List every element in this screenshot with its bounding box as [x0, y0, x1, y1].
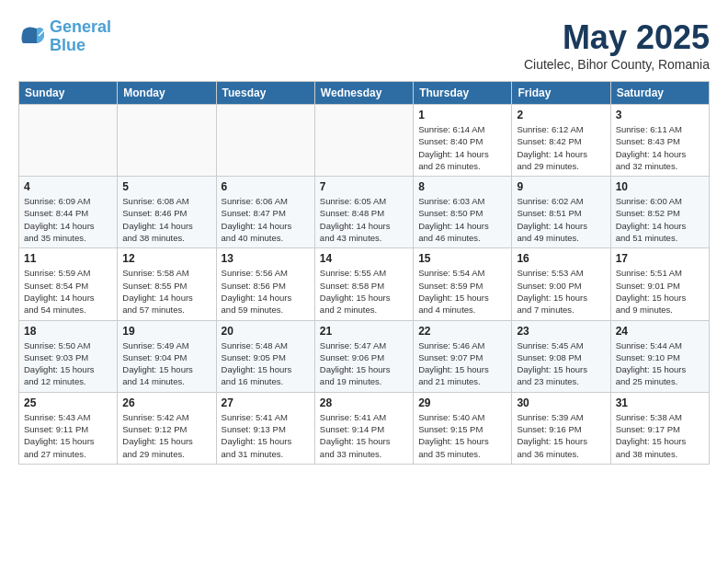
calendar-cell: 4Sunrise: 6:09 AM Sunset: 8:44 PM Daylig… [19, 177, 118, 248]
day-number: 11 [24, 252, 112, 265]
day-number: 25 [24, 396, 112, 409]
day-info: Sunrise: 5:51 AM Sunset: 9:01 PM Dayligh… [616, 267, 704, 316]
day-info: Sunrise: 5:38 AM Sunset: 9:17 PM Dayligh… [616, 411, 704, 460]
day-number: 6 [222, 180, 310, 193]
title-area: May 2025 Ciutelec, Bihor County, Romania [524, 18, 710, 72]
day-number: 9 [517, 180, 605, 193]
page: General Blue May 2025 Ciutelec, Bihor Co… [0, 0, 728, 474]
logo-text: General Blue [50, 18, 111, 55]
calendar-cell: 10Sunrise: 6:00 AM Sunset: 8:52 PM Dayli… [610, 177, 709, 248]
calendar-cell: 16Sunrise: 5:53 AM Sunset: 9:00 PM Dayli… [512, 248, 610, 320]
calendar-cell: 19Sunrise: 5:49 AM Sunset: 9:04 PM Dayli… [118, 320, 216, 392]
day-info: Sunrise: 5:49 AM Sunset: 9:04 PM Dayligh… [122, 339, 210, 388]
calendar: SundayMondayTuesdayWednesdayThursdayFrid… [18, 81, 710, 465]
weekday-header: Friday [512, 82, 610, 105]
calendar-cell: 1Sunrise: 6:14 AM Sunset: 8:40 PM Daylig… [414, 105, 512, 177]
day-info: Sunrise: 5:43 AM Sunset: 9:11 PM Dayligh… [24, 411, 112, 460]
day-info: Sunrise: 5:48 AM Sunset: 9:05 PM Dayligh… [222, 339, 310, 388]
calendar-cell: 23Sunrise: 5:45 AM Sunset: 9:08 PM Dayli… [512, 320, 610, 392]
day-number: 1 [418, 109, 506, 121]
day-number: 10 [616, 180, 704, 193]
day-info: Sunrise: 5:39 AM Sunset: 9:16 PM Dayligh… [517, 411, 605, 460]
day-info: Sunrise: 5:47 AM Sunset: 9:06 PM Dayligh… [320, 339, 408, 388]
calendar-cell: 3Sunrise: 6:11 AM Sunset: 8:43 PM Daylig… [610, 105, 709, 177]
calendar-cell: 22Sunrise: 5:46 AM Sunset: 9:07 PM Dayli… [414, 320, 512, 392]
calendar-cell: 15Sunrise: 5:54 AM Sunset: 8:59 PM Dayli… [414, 248, 512, 320]
calendar-cell: 24Sunrise: 5:44 AM Sunset: 9:10 PM Dayli… [610, 320, 709, 392]
day-info: Sunrise: 5:41 AM Sunset: 9:14 PM Dayligh… [320, 411, 408, 460]
calendar-header-row: SundayMondayTuesdayWednesdayThursdayFrid… [19, 82, 710, 105]
day-info: Sunrise: 6:08 AM Sunset: 8:46 PM Dayligh… [122, 195, 210, 244]
calendar-cell: 21Sunrise: 5:47 AM Sunset: 9:06 PM Dayli… [314, 320, 413, 392]
day-number: 18 [24, 325, 112, 338]
calendar-cell [19, 105, 118, 177]
calendar-cell: 7Sunrise: 6:05 AM Sunset: 8:48 PM Daylig… [314, 177, 413, 248]
calendar-cell: 17Sunrise: 5:51 AM Sunset: 9:01 PM Dayli… [610, 248, 709, 320]
day-info: Sunrise: 6:14 AM Sunset: 8:40 PM Dayligh… [418, 123, 506, 172]
calendar-cell: 14Sunrise: 5:55 AM Sunset: 8:58 PM Dayli… [314, 248, 413, 320]
day-number: 7 [320, 180, 408, 193]
calendar-cell: 20Sunrise: 5:48 AM Sunset: 9:05 PM Dayli… [216, 320, 314, 392]
day-number: 15 [418, 252, 506, 265]
calendar-cell: 6Sunrise: 6:06 AM Sunset: 8:47 PM Daylig… [216, 177, 314, 248]
day-number: 26 [122, 396, 210, 409]
day-info: Sunrise: 5:44 AM Sunset: 9:10 PM Dayligh… [616, 339, 704, 388]
calendar-cell [216, 105, 314, 177]
calendar-cell: 12Sunrise: 5:58 AM Sunset: 8:55 PM Dayli… [118, 248, 216, 320]
calendar-cell [314, 105, 413, 177]
day-info: Sunrise: 5:50 AM Sunset: 9:03 PM Dayligh… [24, 339, 112, 388]
day-number: 16 [517, 252, 605, 265]
day-number: 23 [517, 325, 605, 338]
calendar-week-row: 18Sunrise: 5:50 AM Sunset: 9:03 PM Dayli… [19, 320, 710, 392]
day-info: Sunrise: 5:41 AM Sunset: 9:13 PM Dayligh… [222, 411, 310, 460]
calendar-cell: 8Sunrise: 6:03 AM Sunset: 8:50 PM Daylig… [414, 177, 512, 248]
calendar-cell: 13Sunrise: 5:56 AM Sunset: 8:56 PM Dayli… [216, 248, 314, 320]
calendar-week-row: 25Sunrise: 5:43 AM Sunset: 9:11 PM Dayli… [19, 392, 710, 464]
day-info: Sunrise: 6:11 AM Sunset: 8:43 PM Dayligh… [616, 123, 704, 172]
day-info: Sunrise: 5:56 AM Sunset: 8:56 PM Dayligh… [222, 267, 310, 316]
day-info: Sunrise: 5:54 AM Sunset: 8:59 PM Dayligh… [418, 267, 506, 316]
calendar-cell: 2Sunrise: 6:12 AM Sunset: 8:42 PM Daylig… [512, 105, 610, 177]
day-number: 29 [418, 396, 506, 409]
day-number: 22 [418, 325, 506, 338]
calendar-week-row: 11Sunrise: 5:59 AM Sunset: 8:54 PM Dayli… [19, 248, 710, 320]
day-number: 20 [222, 325, 310, 338]
calendar-week-row: 1Sunrise: 6:14 AM Sunset: 8:40 PM Daylig… [19, 105, 710, 177]
day-number: 28 [320, 396, 408, 409]
day-info: Sunrise: 6:03 AM Sunset: 8:50 PM Dayligh… [418, 195, 506, 244]
day-number: 2 [517, 109, 605, 121]
day-number: 3 [616, 109, 704, 121]
day-number: 30 [517, 396, 605, 409]
calendar-cell: 18Sunrise: 5:50 AM Sunset: 9:03 PM Dayli… [19, 320, 118, 392]
day-info: Sunrise: 5:58 AM Sunset: 8:55 PM Dayligh… [122, 267, 210, 316]
day-info: Sunrise: 6:09 AM Sunset: 8:44 PM Dayligh… [24, 195, 112, 244]
day-info: Sunrise: 5:42 AM Sunset: 9:12 PM Dayligh… [122, 411, 210, 460]
header: General Blue May 2025 Ciutelec, Bihor Co… [18, 18, 710, 72]
calendar-cell: 5Sunrise: 6:08 AM Sunset: 8:46 PM Daylig… [118, 177, 216, 248]
weekday-header: Thursday [414, 82, 512, 105]
day-number: 24 [616, 325, 704, 338]
weekday-header: Sunday [19, 82, 118, 105]
weekday-header: Saturday [610, 82, 709, 105]
day-number: 21 [320, 325, 408, 338]
day-info: Sunrise: 5:55 AM Sunset: 8:58 PM Dayligh… [320, 267, 408, 316]
calendar-cell [118, 105, 216, 177]
calendar-cell: 9Sunrise: 6:02 AM Sunset: 8:51 PM Daylig… [512, 177, 610, 248]
weekday-header: Wednesday [314, 82, 413, 105]
day-number: 13 [222, 252, 310, 265]
day-info: Sunrise: 5:45 AM Sunset: 9:08 PM Dayligh… [517, 339, 605, 388]
calendar-week-row: 4Sunrise: 6:09 AM Sunset: 8:44 PM Daylig… [19, 177, 710, 248]
day-info: Sunrise: 5:40 AM Sunset: 9:15 PM Dayligh… [418, 411, 506, 460]
calendar-cell: 31Sunrise: 5:38 AM Sunset: 9:17 PM Dayli… [610, 392, 709, 464]
weekday-header: Tuesday [216, 82, 314, 105]
day-number: 17 [616, 252, 704, 265]
calendar-cell: 26Sunrise: 5:42 AM Sunset: 9:12 PM Dayli… [118, 392, 216, 464]
day-info: Sunrise: 6:06 AM Sunset: 8:47 PM Dayligh… [222, 195, 310, 244]
day-info: Sunrise: 5:46 AM Sunset: 9:07 PM Dayligh… [418, 339, 506, 388]
day-info: Sunrise: 6:05 AM Sunset: 8:48 PM Dayligh… [320, 195, 408, 244]
month-title: May 2025 [524, 18, 710, 57]
calendar-cell: 11Sunrise: 5:59 AM Sunset: 8:54 PM Dayli… [19, 248, 118, 320]
calendar-cell: 25Sunrise: 5:43 AM Sunset: 9:11 PM Dayli… [19, 392, 118, 464]
day-info: Sunrise: 6:02 AM Sunset: 8:51 PM Dayligh… [517, 195, 605, 244]
calendar-cell: 29Sunrise: 5:40 AM Sunset: 9:15 PM Dayli… [414, 392, 512, 464]
